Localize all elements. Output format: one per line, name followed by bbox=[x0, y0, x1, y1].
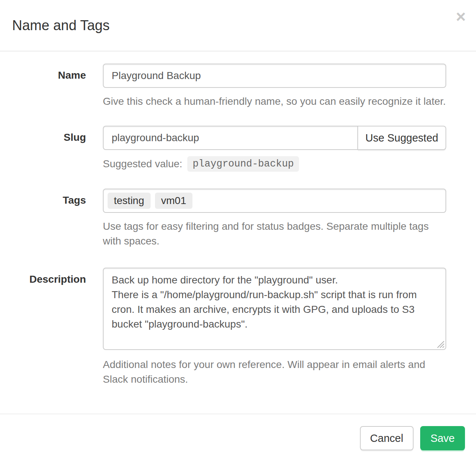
tags-field-row: Tags testingvm01 Use tags for easy filte… bbox=[12, 189, 464, 249]
page-title: Name and Tags bbox=[12, 18, 464, 33]
use-suggested-button[interactable]: Use Suggested bbox=[357, 126, 446, 150]
slug-input-group: Use Suggested bbox=[103, 126, 446, 150]
tags-field-control: testingvm01 Use tags for easy filtering … bbox=[103, 189, 464, 249]
description-field-control: Back up home directory for the "playgrou… bbox=[103, 268, 464, 387]
description-field-row: Description Back up home directory for t… bbox=[12, 268, 464, 387]
description-textarea-wrap: Back up home directory for the "playgrou… bbox=[103, 268, 446, 350]
name-and-tags-modal: Name and Tags × Name Give this check a h… bbox=[0, 0, 476, 461]
tags-help-text: Use tags for easy filtering and for stat… bbox=[103, 219, 464, 249]
suggested-value-line: Suggested value: playground-backup bbox=[103, 156, 464, 172]
name-input[interactable] bbox=[103, 64, 446, 88]
tag-chip[interactable]: testing bbox=[108, 193, 151, 209]
modal-footer: Cancel Save bbox=[0, 414, 476, 461]
tags-field-label: Tags bbox=[12, 189, 103, 249]
suggested-value-label: Suggested value: bbox=[103, 158, 182, 170]
name-help-text: Give this check a human-friendly name, s… bbox=[103, 94, 464, 109]
close-icon[interactable]: × bbox=[456, 8, 466, 25]
modal-body: Name Give this check a human-friendly na… bbox=[0, 51, 476, 387]
slug-field-row: Slug Use Suggested Suggested value: play… bbox=[12, 126, 464, 172]
slug-field-label: Slug bbox=[12, 126, 103, 172]
tags-input-box[interactable]: testingvm01 bbox=[103, 189, 446, 213]
description-field-label: Description bbox=[12, 268, 103, 387]
description-help-text: Additional notes for your own reference.… bbox=[103, 357, 464, 387]
slug-field-control: Use Suggested Suggested value: playgroun… bbox=[103, 126, 464, 172]
description-textarea[interactable]: Back up home directory for the "playgrou… bbox=[103, 268, 446, 350]
save-button[interactable]: Save bbox=[420, 426, 465, 450]
suggested-value-code: playground-backup bbox=[187, 156, 299, 172]
slug-input[interactable] bbox=[103, 126, 358, 150]
resize-grip-icon[interactable] bbox=[436, 340, 444, 348]
name-field-row: Name Give this check a human-friendly na… bbox=[12, 64, 464, 109]
name-field-label: Name bbox=[12, 64, 103, 109]
name-field-control: Give this check a human-friendly name, s… bbox=[103, 64, 464, 109]
cancel-button[interactable]: Cancel bbox=[360, 426, 414, 450]
tag-chip[interactable]: vm01 bbox=[155, 193, 192, 209]
modal-header: Name and Tags × bbox=[0, 0, 476, 51]
